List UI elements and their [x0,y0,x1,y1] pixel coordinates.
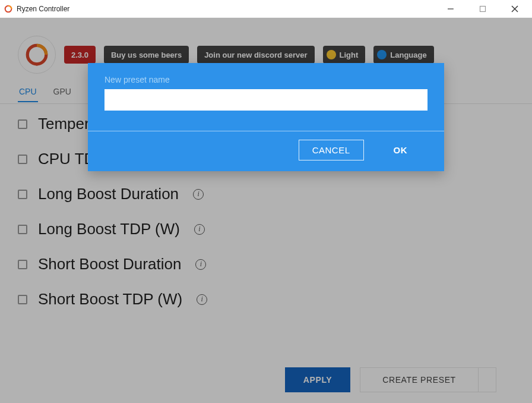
setting-label: Short Boost Duration [38,255,181,273]
titlebar: Ryzen Controller [0,0,532,18]
setting-label: Long Boost Duration [38,185,179,203]
setting-short-boost-duration: Short Boost Duration i [18,255,514,273]
info-icon[interactable]: i [194,224,205,235]
language-button[interactable]: Language [373,46,433,64]
discord-button[interactable]: Join our new discord server [197,46,314,64]
cancel-button[interactable]: CANCEL [299,140,364,160]
checkbox[interactable] [18,155,27,164]
setting-label: Long Boost TDP (W) [38,220,180,238]
minimize-button[interactable] [437,0,464,18]
create-preset-button[interactable]: CREATE PRESET [360,367,479,392]
globe-icon [377,50,387,59]
language-label: Language [390,51,426,59]
setting-long-boost-duration: Long Boost Duration i [18,185,514,203]
tab-cpu[interactable]: CPU [18,82,38,102]
modal-label: New preset name [104,75,428,84]
sun-icon [327,50,336,59]
info-icon[interactable]: i [197,294,207,305]
setting-long-boost-tdp: Long Boost TDP (W) i [18,220,514,238]
tab-gpu[interactable]: GPU [52,82,72,102]
theme-label: Light [340,51,359,59]
setting-label: Short Boost TDP (W) [38,290,182,308]
info-icon[interactable]: i [195,259,206,270]
footer-bar: APPLY CREATE PRESET [285,367,496,392]
checkbox[interactable] [18,190,27,199]
buy-beers-button[interactable]: Buy us some beers [104,46,189,64]
create-preset-menu-button[interactable] [479,367,496,392]
apply-button[interactable]: APPLY [285,367,350,392]
window-title: Ryzen Controller [17,5,69,13]
new-preset-modal: New preset name CANCEL OK [88,63,444,171]
theme-light-button[interactable]: Light [323,46,366,64]
setting-short-boost-tdp: Short Boost TDP (W) i [18,290,514,308]
version-badge: 2.3.0 [64,46,96,64]
svg-point-6 [35,62,39,66]
checkbox[interactable] [18,119,27,129]
svg-rect-2 [480,6,486,11]
app-icon [4,4,13,14]
info-icon[interactable]: i [193,189,204,200]
checkbox[interactable] [18,295,27,304]
checkbox[interactable] [18,260,27,269]
ok-button[interactable]: OK [381,140,421,160]
checkbox[interactable] [18,225,27,234]
client-area: 2.3.0 Buy us some beers Join our new dis… [0,18,532,403]
maximize-button[interactable] [469,0,496,18]
close-button[interactable] [501,0,528,18]
app-logo [18,36,56,74]
preset-name-input[interactable] [104,89,428,111]
